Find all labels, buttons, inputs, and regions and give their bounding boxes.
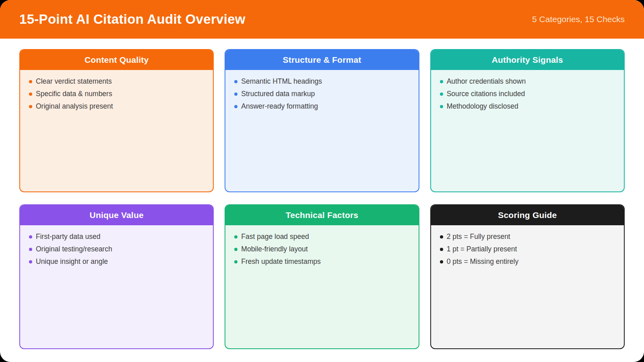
bullet-icon (29, 260, 32, 263)
card-authority-signals: Authority Signals Author credentials sho… (430, 49, 625, 192)
bullet-icon (440, 93, 443, 96)
card-technical-factors: Technical Factors Fast page load speed M… (225, 204, 419, 349)
card-checklist: Author credentials shown Source citation… (431, 70, 624, 113)
list-item: Fast page load speed (234, 230, 413, 243)
audit-overview-page: 15-Point AI Citation Audit Overview 5 Ca… (0, 0, 644, 362)
bullet-icon (234, 260, 237, 263)
list-item-label: Fresh update timestamps (241, 257, 320, 266)
card-checklist: 2 pts = Fully present 1 pt = Partially p… (431, 225, 624, 268)
list-item-label: 2 pts = Fully present (447, 232, 510, 241)
list-item: Semantic HTML headings (234, 75, 413, 88)
list-item: First-party data used (29, 230, 207, 243)
card-checklist: Clear verdict statements Specific data &… (20, 70, 213, 113)
list-item: Mobile-friendly layout (234, 243, 413, 255)
bullet-icon (440, 80, 443, 83)
bullet-icon (234, 105, 237, 108)
card-title: Content Quality (20, 50, 213, 70)
bullet-icon (234, 80, 237, 83)
list-item-label: First-party data used (36, 232, 100, 241)
card-checklist: Fast page load speed Mobile-friendly lay… (225, 225, 418, 268)
list-item-label: Methodology disclosed (447, 102, 518, 111)
header-summary-text: 5 Categories, 15 Checks (532, 14, 625, 24)
list-item: Author credentials shown (440, 75, 618, 88)
card-content-quality: Content Quality Clear verdict statements… (19, 49, 214, 192)
list-item: Fresh update timestamps (234, 255, 413, 268)
list-item: 1 pt = Partially present (440, 243, 618, 255)
list-item-label: Unique insight or angle (36, 257, 108, 266)
list-item-label: Original testing/research (36, 245, 112, 253)
list-item-label: Author credentials shown (447, 77, 526, 86)
list-item-label: 0 pts = Missing entirely (447, 257, 518, 266)
list-item: Original analysis present (29, 100, 207, 113)
bullet-icon (440, 105, 443, 108)
list-item: Answer-ready formatting (234, 100, 413, 113)
card-structure-format: Structure & Format Semantic HTML heading… (225, 49, 419, 192)
list-item: Source citations included (440, 88, 618, 100)
page-title: 15-Point AI Citation Audit Overview (19, 12, 246, 27)
list-item-label: 1 pt = Partially present (447, 245, 517, 253)
bullet-icon (440, 235, 443, 239)
card-grid: Content Quality Clear verdict statements… (0, 39, 644, 349)
page-header: 15-Point AI Citation Audit Overview 5 Ca… (0, 0, 644, 39)
list-item: Methodology disclosed (440, 100, 618, 113)
list-item-label: Original analysis present (36, 102, 113, 111)
list-item-label: Source citations included (447, 90, 525, 98)
card-checklist: First-party data used Original testing/r… (20, 225, 213, 268)
list-item-label: Specific data & numbers (36, 90, 112, 98)
list-item: Unique insight or angle (29, 255, 207, 268)
bullet-icon (29, 105, 32, 108)
card-unique-value: Unique Value First-party data used Origi… (19, 204, 214, 349)
list-item: Structured data markup (234, 88, 413, 100)
list-item: Clear verdict statements (29, 75, 207, 88)
list-item: 2 pts = Fully present (440, 230, 618, 243)
list-item: Specific data & numbers (29, 88, 207, 100)
bullet-icon (234, 93, 237, 96)
card-title: Structure & Format (225, 50, 418, 70)
bullet-icon (234, 235, 237, 239)
card-title: Authority Signals (431, 50, 624, 70)
bullet-icon (29, 93, 32, 96)
bullet-icon (234, 248, 237, 251)
bullet-icon (29, 80, 32, 83)
list-item-label: Semantic HTML headings (241, 77, 322, 86)
bullet-icon (29, 248, 32, 251)
bullet-icon (440, 260, 443, 263)
list-item-label: Mobile-friendly layout (241, 245, 308, 253)
list-item-label: Clear verdict statements (36, 77, 112, 86)
list-item: 0 pts = Missing entirely (440, 255, 618, 268)
list-item-label: Answer-ready formatting (241, 102, 318, 111)
list-item: Original testing/research (29, 243, 207, 255)
bullet-icon (29, 235, 32, 239)
card-title: Unique Value (20, 205, 213, 225)
card-title: Scoring Guide (431, 205, 624, 225)
bullet-icon (440, 248, 443, 251)
card-scoring-guide: Scoring Guide 2 pts = Fully present 1 pt… (430, 204, 625, 349)
card-checklist: Semantic HTML headings Structured data m… (225, 70, 418, 113)
card-title: Technical Factors (225, 205, 418, 225)
list-item-label: Structured data markup (241, 90, 315, 98)
list-item-label: Fast page load speed (241, 232, 309, 241)
